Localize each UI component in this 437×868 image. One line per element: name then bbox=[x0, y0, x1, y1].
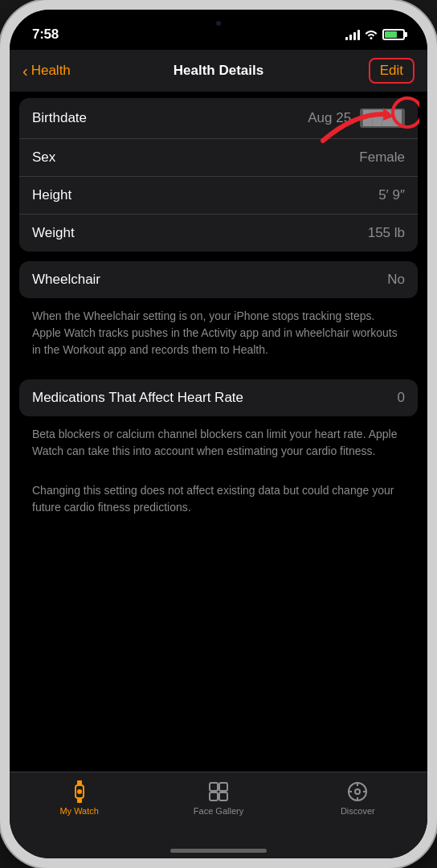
medications-value: 0 bbox=[398, 390, 405, 406]
back-button[interactable]: ‹ Health bbox=[22, 63, 71, 79]
home-bar bbox=[170, 849, 267, 853]
health-details-section: Birthdate Aug 25, ████ Sex Female Height… bbox=[19, 98, 418, 252]
svg-point-5 bbox=[77, 789, 82, 794]
tab-my-watch-label: My Watch bbox=[59, 806, 99, 816]
svg-rect-4 bbox=[77, 797, 82, 803]
edit-button[interactable]: Edit bbox=[369, 58, 415, 84]
wheelchair-row: Wheelchair No bbox=[19, 261, 418, 298]
height-label: Height bbox=[32, 187, 71, 203]
medications-row: Medications That Affect Heart Rate 0 bbox=[19, 379, 418, 416]
svg-point-11 bbox=[355, 789, 360, 794]
medications-label: Medications That Affect Heart Rate bbox=[32, 390, 243, 406]
notch bbox=[158, 10, 279, 32]
camera-dot bbox=[216, 21, 221, 26]
signal-icon bbox=[345, 29, 360, 40]
birthdate-value: Aug 25, bbox=[308, 110, 355, 126]
battery-icon bbox=[382, 29, 405, 40]
sex-label: Sex bbox=[32, 149, 55, 166]
svg-rect-6 bbox=[210, 783, 218, 791]
back-chevron-icon: ‹ bbox=[22, 63, 28, 79]
svg-rect-9 bbox=[219, 792, 227, 800]
face-gallery-icon bbox=[207, 780, 230, 803]
sex-row: Sex Female bbox=[19, 139, 418, 177]
weight-row: Weight 155 lb bbox=[19, 215, 418, 252]
wheelchair-value: No bbox=[387, 272, 405, 288]
tab-bar: My Watch Face Gallery bbox=[10, 772, 427, 842]
tab-discover-label: Discover bbox=[341, 806, 375, 816]
my-watch-icon bbox=[68, 780, 91, 803]
birthdate-year-blurred: ████ bbox=[360, 108, 405, 128]
back-label: Health bbox=[31, 63, 71, 79]
wheelchair-description: When the Wheelchair setting is on, your … bbox=[19, 300, 418, 370]
wheelchair-section: Wheelchair No bbox=[19, 261, 418, 298]
weight-label: Weight bbox=[32, 225, 75, 241]
height-row: Height 5′ 9″ bbox=[19, 177, 418, 215]
home-indicator bbox=[10, 842, 427, 858]
navigation-bar: ‹ Health Health Details Edit bbox=[10, 50, 427, 92]
discover-icon bbox=[346, 780, 369, 803]
medications-description1: Beta blockers or calcium channel blocker… bbox=[19, 418, 418, 471]
phone-frame: 7:58 ‹ bbox=[0, 0, 437, 868]
phone-screen: 7:58 ‹ bbox=[10, 10, 427, 858]
height-value: 5′ 9″ bbox=[378, 187, 405, 203]
battery-fill bbox=[385, 31, 397, 38]
birthdate-label: Birthdate bbox=[32, 110, 87, 126]
medications-section: Medications That Affect Heart Rate 0 bbox=[19, 379, 418, 416]
medications-description2: Changing this setting does not affect ex… bbox=[19, 474, 418, 527]
status-time: 7:58 bbox=[32, 27, 59, 43]
edit-button-wrapper: Edit bbox=[369, 58, 415, 84]
status-icons bbox=[345, 28, 405, 42]
wheelchair-label: Wheelchair bbox=[32, 272, 100, 288]
wifi-icon bbox=[365, 28, 378, 42]
page-title: Health Details bbox=[174, 63, 263, 79]
tab-my-watch[interactable]: My Watch bbox=[10, 780, 149, 816]
tab-discover[interactable]: Discover bbox=[288, 780, 427, 816]
svg-rect-8 bbox=[210, 792, 218, 800]
sex-value: Female bbox=[359, 149, 405, 166]
birthdate-row: Birthdate Aug 25, ████ bbox=[19, 98, 418, 139]
svg-rect-3 bbox=[77, 780, 82, 786]
tab-face-gallery[interactable]: Face Gallery bbox=[149, 780, 288, 816]
svg-rect-7 bbox=[219, 783, 227, 791]
tab-face-gallery-label: Face Gallery bbox=[194, 806, 243, 816]
main-content: Birthdate Aug 25, ████ Sex Female Height… bbox=[10, 92, 427, 772]
weight-value: 155 lb bbox=[368, 225, 405, 241]
